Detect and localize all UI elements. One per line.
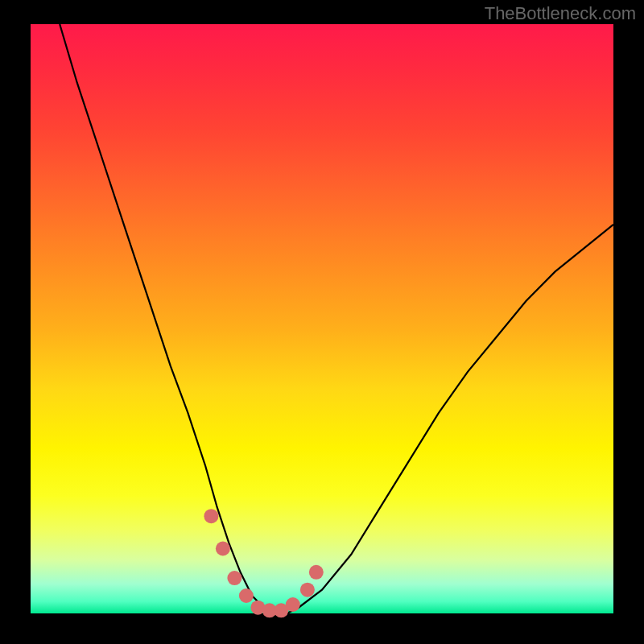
highlight-marker (300, 583, 315, 597)
watermark-text: TheBottleneck.com (485, 3, 636, 24)
curve-group (60, 24, 613, 613)
highlight-marker (309, 565, 324, 580)
highlight-marker (227, 571, 242, 585)
highlight-marker (286, 597, 300, 612)
highlight-marker (216, 542, 230, 556)
chart-svg (31, 24, 613, 613)
highlight-marker (204, 509, 218, 523)
highlight-marker (239, 588, 254, 603)
bottleneck-curve (60, 24, 613, 613)
